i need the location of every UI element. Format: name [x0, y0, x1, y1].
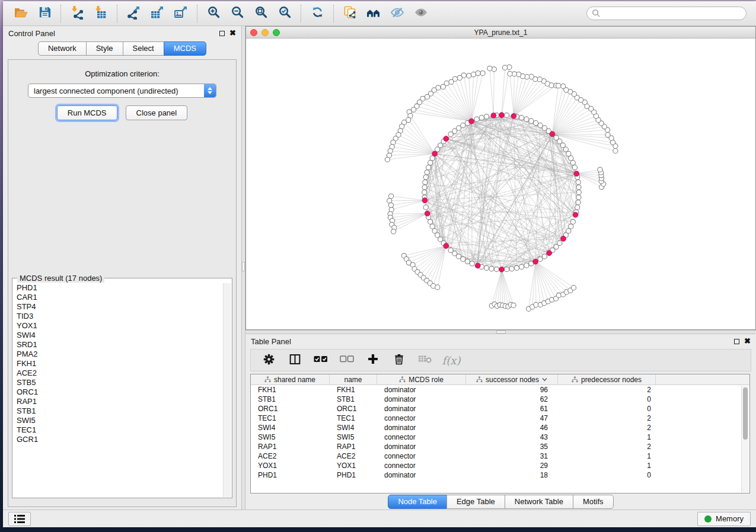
first-neighbors-button[interactable] — [362, 4, 385, 24]
zoom-selected-button[interactable] — [273, 4, 296, 24]
column-header-successor-nodes[interactable]: successor nodes — [466, 374, 558, 384]
settings-icon — [263, 353, 275, 368]
column-header-shared-name[interactable]: shared name — [251, 374, 330, 384]
refresh-button[interactable] — [305, 4, 329, 24]
tab-edge-table[interactable]: Edge Table — [446, 495, 505, 509]
mcds-result-item[interactable]: RAP1 — [13, 397, 231, 406]
control-panel-title: Control Panel — [8, 29, 55, 38]
mcds-result-item[interactable]: SWI4 — [13, 331, 231, 340]
mcds-result-list[interactable]: PHD1CAR1STP4TID3YOX1SWI4SRD1PMA2FKH1ACE2… — [13, 283, 231, 497]
new-network-from-selection-button[interactable] — [338, 4, 362, 24]
mcds-result-item[interactable]: STB5 — [13, 378, 231, 387]
table-row[interactable]: SWI5SWI5connector431 — [251, 432, 749, 442]
table-row[interactable]: TEC1TEC1connector472 — [251, 414, 749, 423]
table-row[interactable]: RAP1RAP1dominator352 — [251, 442, 749, 451]
table-row[interactable]: STB1STB1dominator620 — [251, 395, 749, 404]
import-table-button[interactable] — [89, 4, 113, 24]
delete-columns-button[interactable] — [392, 353, 406, 367]
export-image-icon — [174, 5, 188, 22]
mcds-result-item[interactable]: PMA2 — [13, 350, 231, 359]
attribute-type-icon — [476, 376, 483, 383]
mcds-result-item[interactable]: ACE2 — [13, 368, 231, 378]
cell-shared-name: RAP1 — [251, 442, 330, 451]
task-history-button[interactable] — [8, 512, 31, 526]
column-chooser-icon — [289, 353, 301, 368]
mcds-result-item[interactable]: ORC1 — [13, 387, 231, 397]
deselect-all-button[interactable] — [340, 353, 354, 367]
settings-button[interactable] — [261, 353, 276, 367]
table-scrollbar-thumb[interactable] — [743, 387, 748, 440]
tab-node-table[interactable]: Node Table — [388, 495, 447, 509]
close-panel-icon[interactable]: ✖ — [229, 30, 236, 36]
search-input[interactable] — [586, 7, 747, 20]
table-row[interactable]: FKH1FKH1dominator962 — [251, 385, 749, 395]
export-image-button[interactable] — [169, 4, 193, 24]
mcds-result-item[interactable]: PHD1 — [13, 283, 231, 293]
mcds-result-item[interactable]: STP4 — [13, 302, 231, 312]
mcds-result-item[interactable]: FKH1 — [13, 359, 231, 368]
mcds-result-item[interactable]: YOX1 — [13, 321, 231, 331]
column-header-name[interactable]: name — [330, 374, 377, 384]
hide-selected-button[interactable] — [385, 4, 409, 24]
criterion-select[interactable]: largest connected component (undirected) — [28, 84, 216, 98]
network-canvas[interactable] — [246, 39, 755, 329]
export-network-button[interactable] — [122, 4, 145, 24]
zoom-fit-button[interactable] — [249, 4, 273, 24]
vertical-splitter[interactable] — [241, 26, 245, 509]
table-scrollbar[interactable] — [741, 386, 749, 492]
network-window-titlebar[interactable]: YPA_prune.txt_1 — [246, 27, 755, 39]
close-panel-button[interactable]: Close panel — [126, 105, 188, 120]
cell-MCDS-role: dominator — [377, 423, 466, 432]
mcds-result-item[interactable]: CAR1 — [13, 293, 231, 302]
mcds-result-item[interactable]: TID3 — [13, 312, 231, 321]
save-session-button[interactable] — [33, 4, 56, 24]
memory-status-icon — [704, 515, 712, 523]
cell-predecessor-nodes: 1 — [558, 432, 656, 442]
cell-predecessor-nodes: 0 — [558, 470, 656, 480]
table-row[interactable]: SWI4SWI4dominator462 — [251, 423, 749, 432]
column-header-MCDS-role[interactable]: MCDS role — [377, 374, 466, 384]
float-table-panel-icon[interactable] — [734, 339, 739, 344]
export-network-icon — [126, 5, 141, 22]
mcds-result-item[interactable]: TEC1 — [13, 425, 231, 435]
tab-motifs[interactable]: Motifs — [573, 495, 614, 509]
mcds-result-item[interactable]: SRD1 — [13, 340, 231, 350]
horizontal-splitter[interactable] — [245, 330, 756, 334]
run-mcds-button[interactable]: Run MCDS — [57, 105, 117, 120]
table-row[interactable]: ACE2ACE2connector311 — [251, 451, 749, 461]
table-row[interactable]: ORC1ORC1dominator610 — [251, 404, 749, 414]
open-session-button[interactable] — [9, 4, 33, 24]
column-header-predecessor-nodes[interactable]: predecessor nodes — [558, 374, 656, 384]
zoom-in-button[interactable] — [202, 4, 225, 24]
export-table-button[interactable] — [145, 4, 169, 24]
mcds-result-item[interactable]: STB1 — [13, 406, 231, 416]
close-table-panel-icon[interactable]: ✖ — [744, 338, 751, 344]
tab-style[interactable]: Style — [86, 41, 123, 56]
new-column-icon — [367, 353, 379, 367]
hide-selected-icon — [390, 5, 404, 22]
cell-MCDS-role: connector — [377, 451, 466, 461]
tab-select[interactable]: Select — [123, 41, 164, 56]
mcds-result-title: MCDS result (17 nodes) — [17, 274, 104, 283]
column-label: shared name — [274, 376, 315, 384]
tab-network-table[interactable]: Network Table — [505, 495, 573, 509]
tab-mcds[interactable]: MCDS — [164, 41, 206, 56]
show-all-button[interactable] — [409, 4, 433, 24]
new-column-button[interactable] — [366, 353, 380, 367]
import-network-button[interactable] — [65, 4, 89, 24]
control-panel: Control Panel ✖ NetworkStyleSelectMCDS O… — [3, 26, 241, 509]
cell-name: RAP1 — [330, 442, 377, 451]
cell-successor-nodes: 96 — [466, 385, 558, 395]
mcds-list-scrollbar[interactable] — [223, 283, 231, 497]
table-row[interactable]: YOX1YOX1connector291 — [251, 461, 749, 470]
float-panel-icon[interactable] — [219, 31, 225, 36]
tab-network[interactable]: Network — [38, 41, 87, 56]
memory-button[interactable]: Memory — [697, 512, 751, 526]
select-all-button[interactable] — [314, 353, 328, 367]
table-row[interactable]: PHD1PHD1dominator180 — [251, 470, 749, 480]
memory-label: Memory — [716, 514, 744, 523]
mcds-result-item[interactable]: GCR1 — [13, 435, 231, 444]
mcds-result-item[interactable]: SWI5 — [13, 416, 231, 425]
column-chooser-button[interactable] — [288, 353, 302, 367]
zoom-out-button[interactable] — [225, 4, 249, 24]
